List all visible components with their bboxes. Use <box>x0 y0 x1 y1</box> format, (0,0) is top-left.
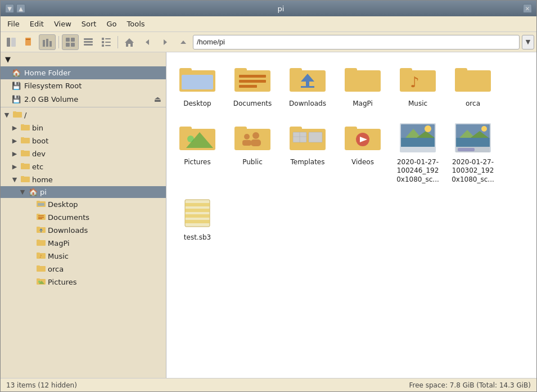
file-item-music[interactable]: ♪ Music <box>392 58 443 112</box>
file-label-public: Public <box>242 158 263 167</box>
eject-icon[interactable]: ⏏ <box>154 94 161 103</box>
folder-icon-magpi <box>37 238 46 248</box>
svg-rect-11 <box>71 43 75 47</box>
svg-rect-28 <box>21 124 24 126</box>
file-item-orca[interactable]: orca <box>448 58 498 112</box>
tree-item-bin[interactable]: ▶ bin <box>1 121 166 134</box>
address-dropdown[interactable]: ▼ <box>522 35 534 49</box>
file-label-videos: Videos <box>351 158 374 167</box>
forward-button[interactable] <box>157 34 174 50</box>
file-item-magpi[interactable]: MagPi <box>337 58 388 112</box>
tree-item-boot[interactable]: ▶ boot <box>1 134 166 147</box>
svg-rect-7 <box>49 41 52 47</box>
tree-item-etc[interactable]: ▶ etc <box>1 160 166 173</box>
folder-icon-music: ♪ <box>37 251 46 261</box>
svg-rect-8 <box>66 38 70 42</box>
folder-icon-downloads <box>37 226 46 235</box>
tree-item-documents[interactable]: Documents <box>1 211 166 224</box>
file-item-desktop[interactable]: Desktop <box>172 58 223 112</box>
svg-rect-93 <box>309 132 322 142</box>
sidebar-item-filesystem-root[interactable]: 💾 Filesystem Root <box>1 79 166 92</box>
show-sidebar-button[interactable] <box>3 34 20 50</box>
svg-rect-18 <box>105 42 111 43</box>
file-item-pictures[interactable]: Pictures <box>172 116 223 188</box>
folder-icon-boot <box>21 136 30 146</box>
svg-rect-117 <box>185 214 210 218</box>
tree-item-orca[interactable]: orca <box>1 263 166 276</box>
status-bar: 13 items (12 hidden) Free space: 7.8 GiB… <box>1 378 536 391</box>
window-title: pi <box>39 4 523 13</box>
sidebar-item-label-home-folder: Home Folder <box>24 69 71 77</box>
up-button[interactable] <box>175 34 192 50</box>
back-button[interactable] <box>139 34 156 50</box>
svg-rect-79 <box>455 68 467 74</box>
tree-item-desktop[interactable]: Desktop <box>1 198 166 211</box>
file-item-screenshot2[interactable]: 2020-01-27-100302_1920x1080_sc... <box>448 116 498 188</box>
tree-item-downloads[interactable]: Downloads <box>1 224 166 237</box>
maximize-button[interactable]: ▲ <box>16 4 25 13</box>
menu-edit[interactable]: Edit <box>25 18 48 30</box>
file-item-test-sb3[interactable]: test.sb3 <box>172 192 223 246</box>
screenshot1-icon <box>400 120 436 156</box>
tree-label-magpi: MagPi <box>48 239 164 247</box>
menu-file[interactable]: File <box>3 18 24 30</box>
file-item-downloads[interactable]: Downloads <box>282 58 333 112</box>
menu-view[interactable]: View <box>49 18 76 30</box>
view-chart-button[interactable] <box>39 34 56 50</box>
home-button[interactable] <box>121 34 138 50</box>
folder-icon-etc <box>21 162 30 172</box>
svg-rect-14 <box>84 44 93 46</box>
svg-rect-50 <box>37 240 40 241</box>
close-button[interactable]: ✕ <box>523 4 532 13</box>
svg-rect-64 <box>234 68 247 74</box>
menu-tools[interactable]: Tools <box>123 18 150 30</box>
file-label-pictures: Pictures <box>184 158 211 167</box>
compact-view-button[interactable] <box>98 34 115 50</box>
svg-marker-24 <box>180 40 186 44</box>
file-manager-window: ▼ ▲ pi ✕ File Edit View Sort Go Tools <box>0 0 537 392</box>
sidebar-item-home-folder[interactable]: 🏠 Home Folder <box>1 66 166 79</box>
file-item-screenshot1[interactable]: 2020-01-27-100246_1920x1080_sc... <box>392 116 443 188</box>
menu-sort[interactable]: Sort <box>77 18 101 30</box>
sidebar-item-label-volume: 2.0 GB Volume <box>24 95 78 103</box>
bookmarks-button[interactable] <box>21 34 38 50</box>
folder-desktop-icon <box>179 61 215 97</box>
folder-icon-desktop <box>37 200 46 209</box>
tree-item-home[interactable]: ▼ home <box>1 173 166 186</box>
svg-rect-57 <box>37 278 40 280</box>
folder-music-icon: ♪ <box>400 61 436 97</box>
svg-rect-9 <box>71 38 75 42</box>
tree-item-pi[interactable]: ▼ 🏠 pi <box>1 186 166 198</box>
svg-rect-32 <box>21 150 24 152</box>
svg-rect-118 <box>185 220 210 223</box>
file-item-templates[interactable]: Templates <box>282 116 333 188</box>
icon-view-button[interactable] <box>62 34 79 50</box>
file-item-documents[interactable]: Documents <box>227 58 278 112</box>
svg-rect-76 <box>400 68 412 74</box>
folder-icon-dev <box>21 149 30 159</box>
tree-item-music[interactable]: ♪ Music <box>1 250 166 263</box>
svg-point-105 <box>425 125 431 132</box>
tree-item-pictures[interactable]: Pictures <box>1 276 166 289</box>
folder-pictures-icon <box>179 120 215 156</box>
tree-item-root[interactable]: ▼ / <box>1 109 166 121</box>
tree-item-dev[interactable]: ▶ dev <box>1 147 166 160</box>
file-item-videos[interactable]: Videos <box>337 116 388 188</box>
list-view-button[interactable] <box>80 34 97 50</box>
menu-go[interactable]: Go <box>102 18 121 30</box>
toolbar: ▼ <box>1 32 536 52</box>
svg-marker-23 <box>164 39 167 45</box>
file-label-screenshot2: 2020-01-27-100302_1920x1080_sc... <box>450 158 496 184</box>
svg-rect-36 <box>21 176 24 178</box>
expand-icon-pi: ▼ <box>19 188 26 196</box>
svg-rect-5 <box>43 40 45 47</box>
tree-item-magpi[interactable]: MagPi <box>1 237 166 250</box>
minimize-button[interactable]: ▼ <box>5 4 14 13</box>
address-input[interactable] <box>193 35 520 49</box>
sidebar-item-volume[interactable]: 💾 2.0 GB Volume ⏏ <box>1 92 166 106</box>
main-area: ▼ 🏠 Home Folder 💾 Filesystem Root 💾 2.0 … <box>1 52 536 378</box>
file-item-public[interactable]: Public <box>227 116 278 188</box>
file-label-orca: orca <box>466 100 480 109</box>
tree-label-pi: pi <box>40 188 164 196</box>
expand-icon-boot: ▶ <box>11 137 19 145</box>
